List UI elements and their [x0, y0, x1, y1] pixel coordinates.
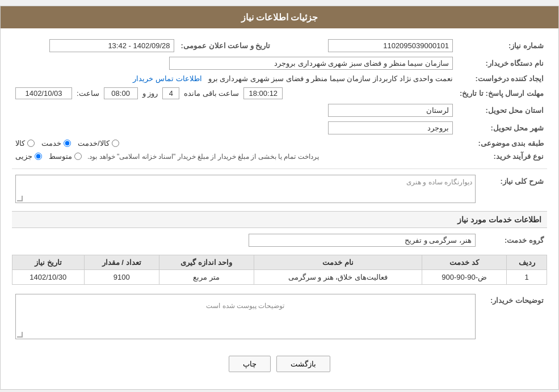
need-number-input: 1102095039000101	[328, 39, 453, 52]
city-input: بروجرد	[328, 121, 453, 134]
info-table-top: شماره نیاز: 1102095039000101 تاریخ و ساع…	[12, 37, 547, 163]
province-label: استان محل تحویل:	[456, 102, 547, 119]
buyer-notes-value: توضیحات پیوست شده است	[12, 292, 479, 342]
process-motavaset-radio[interactable]	[74, 153, 82, 160]
reply-days-label: روز و	[142, 89, 158, 98]
category-options: کالا/خدمت خدمت کالا	[12, 137, 456, 150]
province-input: لرستان	[328, 104, 453, 117]
need-summary-wrapper: دیوارنگاره ساده و هنری	[15, 175, 476, 203]
need-number-value: 1102095039000101	[291, 37, 456, 54]
cell-code: ض-90-90-900	[422, 270, 507, 285]
process-jozi[interactable]: جزیی	[15, 152, 42, 161]
announce-datetime-input: 1402/09/28 - 13:42	[49, 39, 174, 52]
process-jozi-radio[interactable]	[35, 153, 42, 160]
cell-row: 1	[507, 270, 547, 285]
city-value: بروجرد	[12, 119, 456, 137]
print-button[interactable]: چاپ	[229, 356, 271, 372]
col-header-qty: تعداد / مقدار	[84, 255, 159, 270]
buyer-notes-table: توضیحات خریدار: توضیحات پیوست شده است	[12, 292, 547, 342]
buyer-notes-resize[interactable]	[17, 332, 23, 338]
buyer-notes-section: توضیحات خریدار: توضیحات پیوست شده است	[12, 292, 547, 342]
province-value: لرستان	[12, 102, 456, 119]
announce-datetime-value: 1402/09/28 - 13:42	[12, 37, 178, 54]
buyer-notes-box: توضیحات پیوست شده است	[15, 294, 476, 339]
buyer-org-input: سازمان سیما منظر و فضای سبز شهری شهرداری…	[169, 57, 453, 70]
need-number-label: شماره نیاز:	[456, 37, 547, 54]
page-header: جزئیات اطلاعات نیاز	[1, 6, 558, 28]
col-header-unit: واحد اندازه گیری	[159, 255, 254, 270]
category-khidmat-radio[interactable]	[64, 140, 71, 147]
service-group-input: هنر، سرگرمی و تفریح	[249, 234, 476, 247]
service-group-table: گروه خدمت: هنر، سرگرمی و تفریح	[12, 231, 547, 249]
page-wrapper: جزئیات اطلاعات نیاز شماره نیاز: 11020950…	[0, 6, 559, 390]
buyer-org-label: نام دستگاه خریدار:	[456, 54, 547, 72]
creator-contact-link[interactable]: اطلاعات تماس خریدار	[133, 74, 201, 83]
buyer-notes-wrapper: توضیحات پیوست شده است	[15, 294, 476, 339]
reply-deadline-row: 18:00:12 ساعت باقی مانده 4 روز و 08:00 س…	[12, 85, 456, 102]
cell-name: فعالیت‌های خلاق، هنر و سرگرمی	[254, 270, 422, 285]
need-summary-value: دیوارنگاره ساده و هنری	[12, 172, 479, 205]
back-button[interactable]: بازگشت	[276, 356, 330, 372]
col-header-code: کد خدمت	[422, 255, 507, 270]
reply-date-value: 1402/10/03	[15, 87, 72, 99]
reply-days-value: 4	[162, 87, 179, 99]
reply-deadline-label: مهلت ارسال پاسخ: تا تاریخ:	[456, 85, 547, 102]
need-summary-label: شرح کلی نیاز:	[479, 172, 547, 205]
services-section-title: اطلاعات خدمات مورد نیاز	[12, 211, 547, 228]
resize-handle[interactable]	[17, 196, 23, 201]
buyer-org-value: سازمان سیما منظر و فضای سبز شهری شهرداری…	[12, 54, 456, 72]
cell-date: 1402/10/30	[12, 270, 85, 285]
cell-unit: متر مربع	[159, 270, 254, 285]
city-label: شهر محل تحویل:	[456, 119, 547, 137]
category-label: طبقه بندی موضوعی:	[456, 137, 547, 150]
main-content: شماره نیاز: 1102095039000101 تاریخ و ساع…	[1, 28, 558, 389]
service-group-label: گروه خدمت:	[479, 231, 547, 249]
process-label: نوع فرآیند خرید:	[456, 150, 547, 163]
category-kala-khidmat[interactable]: کالا/خدمت	[78, 139, 119, 147]
announce-datetime-label: تاریخ و ساعت اعلان عمومی:	[178, 37, 274, 54]
process-row: پرداخت تمام یا بخشی از مبلغ خریدار از مب…	[12, 150, 456, 163]
reply-time-label: ساعت:	[77, 89, 99, 98]
footer-buttons: بازگشت چاپ	[12, 347, 547, 381]
reply-remaining-label: ساعت باقی مانده	[184, 89, 239, 98]
process-motavaset[interactable]: متوسط	[49, 152, 82, 161]
col-header-name: نام خدمت	[254, 255, 422, 270]
need-summary-section: شرح کلی نیاز: دیوارنگاره ساده و هنری	[12, 172, 547, 205]
page-title: جزئیات اطلاعات نیاز	[241, 12, 318, 22]
process-note: پرداخت تمام یا بخشی از مبلغ خریدار از مب…	[87, 153, 319, 161]
cell-qty: 9100	[84, 270, 159, 285]
col-header-row: ردیف	[507, 255, 547, 270]
buyer-notes-hint: توضیحات پیوست شده است	[19, 297, 472, 314]
creator-label: ایجاد کننده درخواست:	[456, 72, 547, 85]
creator-value: نعمت واحدی نژاد کاربرداز سازمان سیما منظ…	[12, 72, 456, 85]
col-header-date: تاریخ نیاز	[12, 255, 85, 270]
category-khidmat[interactable]: خدمت	[41, 139, 71, 147]
table-row: 1 ض-90-90-900 فعالیت‌های خلاق، هنر و سرگ…	[12, 270, 547, 285]
reply-remaining-value: 18:00:12	[243, 87, 283, 99]
category-kala[interactable]: کالا	[15, 139, 35, 147]
services-table: ردیف کد خدمت نام خدمت واحد اندازه گیری ت…	[12, 255, 547, 285]
category-kala-khidmat-radio[interactable]	[112, 140, 119, 147]
reply-time-value: 08:00	[104, 87, 138, 99]
category-kala-radio[interactable]	[27, 140, 35, 147]
need-summary-box: دیوارنگاره ساده و هنری	[15, 175, 476, 203]
service-group-value: هنر، سرگرمی و تفریح	[12, 231, 479, 249]
buyer-notes-label: توضیحات خریدار:	[479, 292, 547, 342]
